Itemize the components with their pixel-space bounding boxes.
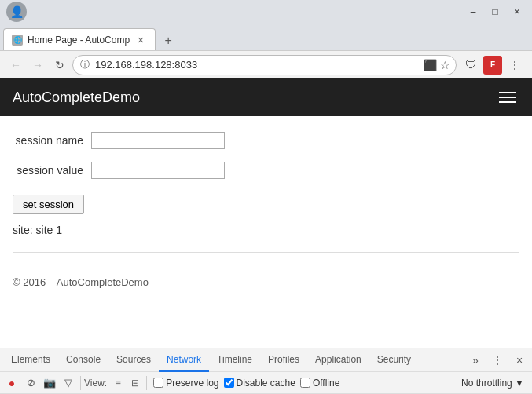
person-icon: 👤 <box>10 5 24 18</box>
profile-button[interactable]: 👤 <box>6 2 27 22</box>
tree-view-button[interactable]: ⊟ <box>127 375 143 391</box>
hamburger-menu-button[interactable] <box>496 89 519 106</box>
app-content: session name session value set session s… <box>0 116 532 312</box>
tab-bar: 🌐 Home Page - AutoComp × + <box>0 24 532 50</box>
tab-close-button[interactable]: × <box>134 34 147 46</box>
disable-cache-group: Disable cache <box>224 378 295 389</box>
shield-action-button[interactable]: 🛡 <box>460 54 482 76</box>
preserve-log-label: Preserve log <box>166 378 218 389</box>
toolbar-separator-1 <box>80 376 81 390</box>
extension-button[interactable]: F <box>483 56 502 75</box>
maximize-button[interactable]: □ <box>486 3 504 20</box>
offline-checkbox[interactable] <box>300 378 310 388</box>
devtools-tab-bar: Elements Console Sources Network Timelin… <box>0 348 532 372</box>
app-header: AutoCompleteDemo <box>0 78 532 116</box>
hamburger-line-3 <box>499 101 516 103</box>
chrome-menu-button[interactable]: ⋮ <box>504 54 526 76</box>
address-wrapper: ⓘ ⬛ ☆ <box>72 55 457 75</box>
session-value-label: session value <box>13 164 91 177</box>
bookmark-icon[interactable]: ☆ <box>440 59 450 71</box>
preserve-log-checkbox[interactable] <box>153 378 163 388</box>
active-tab[interactable]: 🌐 Home Page - AutoComp × <box>3 28 156 50</box>
view-label: View: <box>84 378 107 389</box>
offline-label: Offline <box>313 378 339 389</box>
devtools-tab-timeline[interactable]: Timeline <box>209 348 260 372</box>
devtools-panel: Elements Console Sources Network Timelin… <box>0 348 532 394</box>
devtools-tab-elements[interactable]: Elements <box>3 348 58 372</box>
address-actions: ⬛ ☆ <box>424 59 450 71</box>
reload-button[interactable]: ↻ <box>50 56 69 75</box>
cast-icon[interactable]: ⬛ <box>424 59 437 71</box>
footer-copyright: © 2016 – AutoCompleteDemo <box>13 268 519 296</box>
tab-title: Home Page - AutoComp <box>28 35 130 46</box>
devtools-tab-application[interactable]: Application <box>307 348 369 372</box>
devtools-tab-profiles[interactable]: Profiles <box>260 348 307 372</box>
hamburger-line-2 <box>499 97 516 98</box>
throttle-dropdown[interactable]: No throttling ▼ <box>457 378 529 389</box>
session-value-input[interactable] <box>91 162 225 179</box>
close-button[interactable]: × <box>508 3 526 20</box>
devtools-close-button[interactable]: × <box>510 351 529 370</box>
list-view-button[interactable]: ≡ <box>110 375 126 391</box>
session-name-label: session name <box>13 134 91 147</box>
filter-button[interactable]: ▽ <box>60 374 77 392</box>
address-bar: ← → ↻ ⓘ ⬛ ☆ 🛡 F ⋮ <box>0 50 532 78</box>
new-tab-button[interactable]: + <box>159 31 178 50</box>
toolbar-separator-2 <box>146 376 147 390</box>
devtools-toolbar: ● ⊘ 📷 ▽ View: ≡ ⊟ Preserve log Disable c… <box>0 372 532 394</box>
back-button[interactable]: ← <box>6 56 25 75</box>
session-name-input[interactable] <box>91 132 225 149</box>
forward-button[interactable]: → <box>28 56 47 75</box>
no-throttling-label: No throttling <box>461 378 512 389</box>
throttle-dropdown-arrow: ▼ <box>515 378 524 389</box>
devtools-tab-sources[interactable]: Sources <box>108 348 159 372</box>
devtools-tab-network[interactable]: Network <box>159 348 209 372</box>
window-controls: – □ × <box>464 3 526 20</box>
content-divider <box>13 252 519 253</box>
address-input[interactable] <box>72 55 457 75</box>
record-button[interactable]: ● <box>3 374 20 392</box>
disable-cache-label: Disable cache <box>237 378 295 389</box>
devtools-more-tabs-button[interactable]: » <box>466 351 485 370</box>
minimize-button[interactable]: – <box>464 3 482 20</box>
app-title: AutoCompleteDemo <box>13 89 140 106</box>
devtools-more-actions: » ⋮ × <box>466 351 529 370</box>
preserve-log-group: Preserve log <box>153 378 218 389</box>
window-chrome: 👤 – □ × 🌐 Home Page - AutoComp × + ← → ↻… <box>0 0 532 78</box>
set-session-button[interactable]: set session <box>13 195 84 214</box>
screenshot-button[interactable]: 📷 <box>41 374 58 392</box>
offline-group: Offline <box>300 378 339 389</box>
title-bar: 👤 – □ × <box>0 0 532 24</box>
hamburger-line-1 <box>499 92 516 93</box>
tab-favicon: 🌐 <box>12 35 23 46</box>
stop-recording-button[interactable]: ⊘ <box>22 374 39 392</box>
secure-icon: ⓘ <box>80 58 90 71</box>
chrome-actions: 🛡 F ⋮ <box>460 54 526 76</box>
session-value-row: session value <box>13 162 519 179</box>
site-info: site: site 1 <box>13 224 519 236</box>
disable-cache-checkbox[interactable] <box>224 378 234 388</box>
session-name-row: session name <box>13 132 519 149</box>
devtools-tab-console[interactable]: Console <box>58 348 108 372</box>
devtools-settings-button[interactable]: ⋮ <box>488 351 507 370</box>
devtools-tab-security[interactable]: Security <box>369 348 419 372</box>
